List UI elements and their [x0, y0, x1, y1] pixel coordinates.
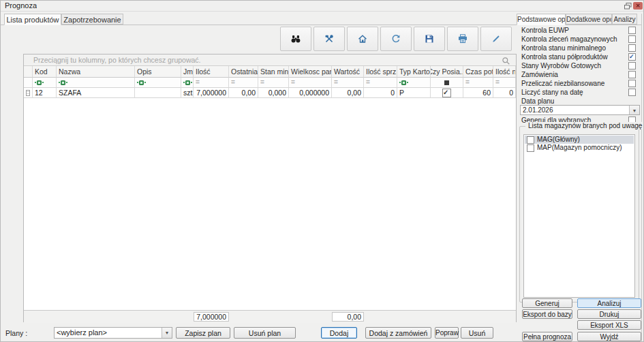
kontrola-stanu-min-checkbox[interactable]: [628, 44, 636, 52]
equals-filter-icon: =: [196, 78, 200, 87]
col-header-kod[interactable]: Kod: [33, 66, 57, 78]
tab-lista-produktow[interactable]: Lista produktów: [4, 14, 61, 25]
tools-button[interactable]: [313, 27, 345, 51]
save-button[interactable]: [414, 27, 445, 51]
data-planu-combo[interactable]: 2.01.2026: [520, 105, 640, 115]
eksport-xls-button[interactable]: Eksport XLS: [577, 320, 641, 330]
option-zamowienia[interactable]: Zamówienia: [521, 71, 636, 79]
text-filter-icon: [59, 80, 67, 85]
grid-summary-row: 7,000000 0,00: [24, 310, 516, 323]
equals-filter-icon: =: [465, 78, 470, 87]
list-item-map[interactable]: MAP(Magazyn pomocniczy): [525, 144, 634, 152]
col-header-wielkosc-partii[interactable]: Wielkosc parti: [289, 66, 332, 78]
print-button[interactable]: [447, 27, 478, 51]
option-kontrola-polproduktow[interactable]: Kontrola stanu półproduktów: [521, 53, 636, 61]
option-kontrola-stanu-min[interactable]: Kontrola stanu minimalnego: [521, 44, 636, 52]
tab-dodatkowe-opcje[interactable]: Dodatkowe opcje: [566, 14, 612, 25]
cell-ilosc-sprz[interactable]: 0: [364, 88, 397, 98]
option-stany-wyrobow[interactable]: Stany Wyrobów Gotowych: [521, 62, 636, 70]
map-checkbox[interactable]: [527, 144, 534, 152]
tools-icon: [324, 33, 335, 44]
liczyc-stany-checkbox[interactable]: [628, 89, 636, 96]
col-header-typ-kartoteki[interactable]: Typ Karto...: [397, 66, 431, 78]
dodaj-button[interactable]: Dodaj: [321, 327, 357, 339]
czy-posiada-checkbox[interactable]: [442, 89, 451, 97]
cell-nazwa[interactable]: SZAFA: [57, 88, 135, 98]
float-window-icon[interactable]: [624, 3, 632, 10]
cell-jm[interactable]: szt.: [181, 88, 194, 98]
col-header-stan-min[interactable]: Stan min: [258, 66, 289, 78]
kontrola-polproduktow-checkbox[interactable]: [628, 53, 636, 61]
list-item-mag[interactable]: MAG(Główny): [525, 136, 634, 144]
cell-typ-kartoteki[interactable]: P: [397, 88, 431, 98]
col-header-ilosc[interactable]: Ilość: [194, 66, 229, 78]
tab-podstawowe-opcje[interactable]: Podstawowe opcje: [517, 14, 566, 25]
zapisz-plan-button[interactable]: Zapisz plan: [176, 327, 230, 339]
zamowienia-checkbox[interactable]: [628, 71, 636, 78]
col-header-czas-potrzebny[interactable]: Czas potr...: [463, 66, 493, 78]
search-button[interactable]: [280, 27, 311, 51]
refresh-icon: [390, 33, 401, 44]
find-panel-icon[interactable]: [502, 57, 510, 65]
data-planu-value: 2.01.2026: [523, 106, 628, 114]
option-kontrola-euwp[interactable]: Kontrola EUWP: [521, 27, 636, 35]
col-header-nazwa[interactable]: Nazwa: [57, 66, 135, 78]
col-header-ilosc-sprz[interactable]: Ilość sprz...: [364, 66, 397, 78]
pelna-prognoza-button[interactable]: Pełna prognoza: [522, 332, 572, 341]
kontrola-euwp-checkbox[interactable]: [628, 27, 636, 34]
kontrola-zlecen-checkbox[interactable]: [628, 35, 636, 43]
cell-czas-potrzebny[interactable]: 60: [463, 88, 493, 98]
option-liczyc-stany[interactable]: Liczyć stany na datę: [521, 89, 636, 97]
cell-kod[interactable]: 12: [33, 88, 57, 98]
row-expand-icon: [26, 90, 30, 96]
stany-wyrobow-checkbox[interactable]: [628, 62, 636, 69]
cell-wielkosc-partii[interactable]: 0,000000: [289, 88, 332, 98]
home-button[interactable]: [347, 27, 378, 51]
edit-button[interactable]: [480, 27, 512, 51]
chevron-down-icon[interactable]: [162, 328, 172, 338]
col-header-czy-posiada[interactable]: Czy Posia...: [431, 66, 463, 78]
tab-zapotrzebowanie[interactable]: Zapotrzebowanie: [61, 14, 123, 25]
cell-wartosc[interactable]: 0,00: [332, 88, 364, 98]
wyjdz-button[interactable]: Wyjdź: [577, 332, 641, 341]
cell-stan-min[interactable]: 0,000: [258, 88, 289, 98]
option-przeliczac[interactable]: Przeliczać niezbilansowane: [521, 80, 636, 88]
col-header-opis[interactable]: Opis: [135, 66, 181, 78]
panel-right-border: [641, 14, 642, 341]
prognoza-window: Prognoza ✕ Lista produktów Zapotrzebowan…: [0, 0, 644, 342]
cell-ilosc-na-z[interactable]: 0: [493, 88, 516, 98]
cell-ilosc[interactable]: 7,000000: [194, 88, 229, 98]
cell-ostatnia-cena[interactable]: 0,00: [229, 88, 258, 98]
analizuj-button[interactable]: Analizuj: [577, 298, 641, 308]
plan-combo-value: <wybierz plan>: [57, 328, 161, 338]
cell-opis[interactable]: [135, 88, 181, 98]
refresh-button[interactable]: [380, 27, 412, 51]
usun-button[interactable]: Usuń: [461, 327, 493, 339]
mag-checkbox[interactable]: [527, 136, 534, 144]
magazyny-listbox[interactable]: MAG(Główny) MAP(Magazyn pomocniczy): [523, 134, 635, 298]
chevron-down-icon[interactable]: [629, 106, 639, 114]
dodaj-z-zamowien-button[interactable]: Dodaj z zamówień: [365, 327, 431, 339]
drukuj-button[interactable]: Drukuj: [577, 309, 641, 319]
binoculars-icon: [290, 33, 301, 44]
col-header-ilosc-na-z[interactable]: Ilość na Z...: [493, 66, 516, 78]
eksport-do-bazy-button[interactable]: Eksport do bazy: [522, 309, 572, 319]
equals-filter-icon: =: [366, 78, 370, 87]
col-header-ostatnia-cena[interactable]: Ostatnia c...: [229, 66, 258, 78]
col-header-wartosc[interactable]: Wartość: [332, 66, 364, 78]
popraw-button[interactable]: Popraw: [435, 327, 459, 339]
close-icon[interactable]: ✕: [633, 2, 643, 10]
table-row[interactable]: 12 SZAFA szt. 7,000000 0,00 0,000 0,0000…: [24, 88, 516, 98]
filter-row-indicator: [24, 78, 33, 88]
col-header-jm[interactable]: Jm: [181, 66, 194, 78]
przeliczac-checkbox[interactable]: [628, 80, 636, 87]
titlebar-divider: [1, 11, 644, 12]
group-by-panel[interactable]: Przeciągnij tu kolumny, po których chces…: [24, 55, 516, 66]
text-filter-icon: [399, 80, 408, 85]
option-kontrola-zlecen[interactable]: Kontrola zleceń magazynowych: [521, 35, 636, 44]
tab-analizy[interactable]: Analizy: [612, 14, 637, 25]
grid-filter-row[interactable]: = = = = = = = =: [24, 78, 516, 88]
plan-combo[interactable]: <wybierz plan>: [54, 327, 172, 339]
usun-plan-button[interactable]: Usuń plan: [234, 327, 296, 339]
generuj-zlecenia-button[interactable]: Generuj zlecenia: [522, 298, 572, 308]
